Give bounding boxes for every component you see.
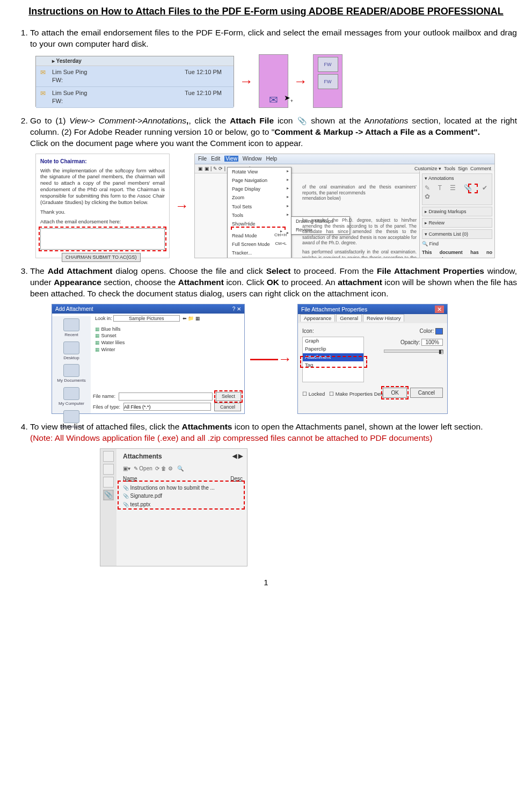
view-menu[interactable]: Rotate View Page Navigation Page Display… <box>227 167 291 258</box>
comment-pane[interactable]: ▾ Annotations ✎ T ☰ 📎 ✔ ✿ ▸ Drawing Mark… <box>419 171 494 258</box>
step-1: To attach the email endorsement files to… <box>30 27 517 108</box>
arrow-icon: ——→ <box>250 350 292 368</box>
form-note-box: Note to Chairman: With the implementatio… <box>35 154 170 258</box>
menubar[interactable]: FileEditViewWindowHelp <box>195 154 494 164</box>
adobe-window: FileEditViewWindowHelp ▣ ▣ | ✎ ⟳ | + 77.… <box>194 154 495 258</box>
select-button[interactable]: Select <box>216 392 241 401</box>
doc-body-text: of the oral examination and the thesis e… <box>302 184 417 258</box>
step-4: To view the list of attached files, clic… <box>30 421 517 566</box>
msg-file-icon: FW <box>318 74 338 89</box>
file-name-input[interactable] <box>119 392 213 401</box>
desktop-drop-result: FW FW <box>313 54 342 108</box>
attachments-panel: 📎 Attachments ◀ ▶ ▣▾ ✎ Open ⟳ 🗑 ⚙ 🔍 Name… <box>100 448 247 566</box>
chairman-submit-button[interactable]: CHAIRMAN SUBMIT TO AC(GS) <box>62 253 141 262</box>
step-3: The Add Attachment dialog opens. Choose … <box>30 266 517 414</box>
page-title: Instructions on How to Attach Files to t… <box>15 5 517 18</box>
figure-1: ▸ Yesterday ✉ Lim Sue PingFW: Tue 12:10 … <box>30 54 517 108</box>
arrow-icon: → <box>294 72 308 91</box>
paperclip-icon <box>297 117 306 126</box>
page-number: 1 <box>15 577 517 588</box>
outlook-message-list: ▸ Yesterday ✉ Lim Sue PingFW: Tue 12:10 … <box>35 56 234 107</box>
close-icon[interactable]: ✕ <box>435 306 444 313</box>
places-bar[interactable]: Recent Desktop My Documents My Computer … <box>52 316 91 413</box>
attachment-drop-area[interactable] <box>40 228 165 250</box>
drag-target-preview: ✉ ➤+ <box>259 54 288 108</box>
figure-3: Add Attachment? ✕ Look in: Sample Pictur… <box>46 304 517 414</box>
attachment-list[interactable]: NameDesc Instructions on how to submit t… <box>119 473 247 510</box>
layers-icon[interactable] <box>103 477 114 488</box>
page-thumb-icon[interactable] <box>103 451 114 462</box>
mail-row[interactable]: ✉ Lim Sue PingFW: Tue 12:10 PM <box>36 87 234 108</box>
nav-rail[interactable]: 📎 <box>100 449 116 566</box>
help-close-icons[interactable]: ? ✕ <box>232 306 241 313</box>
file-type-input[interactable] <box>123 403 211 411</box>
ok-button[interactable]: OK <box>383 388 406 398</box>
group-header: ▸ Yesterday <box>36 56 234 67</box>
envelope-icon: ✉ <box>40 89 46 98</box>
envelope-icon: ✉ <box>40 68 46 77</box>
cancel-button[interactable]: Cancel <box>410 388 443 398</box>
bookmark-icon[interactable] <box>103 464 114 475</box>
figure-4: 📎 Attachments ◀ ▶ ▣▾ ✎ Open ⟳ 🗑 ⚙ 🔍 Name… <box>30 448 517 566</box>
file-attachment-properties-dialog: File Attachment Properties✕ AppearanceGe… <box>297 304 448 414</box>
arrow-icon: → <box>239 72 253 91</box>
arrow-icon: → <box>175 197 189 215</box>
attachments-icon[interactable]: 📎 <box>103 490 114 500</box>
warning-note: (Note: All Windows application file (.ex… <box>30 433 433 442</box>
panel-toolbar[interactable]: ▣▾ ✎ Open ⟳ 🗑 ⚙ 🔍 <box>119 464 247 474</box>
add-attachment-dialog: Add Attachment? ✕ Look in: Sample Pictur… <box>52 304 245 414</box>
locked-checkbox[interactable]: ☐ Locked <box>302 391 325 397</box>
figure-2: Note to Chairman: With the implementatio… <box>30 154 517 258</box>
msg-file-icon: FW <box>318 57 338 72</box>
panel-header: Attachments ◀ ▶ <box>119 449 247 464</box>
step-2: Go to (1) View-> Comment->Annotations,, … <box>30 115 517 258</box>
cursor-icon: ➤+ <box>284 93 293 104</box>
panel-nav-icons[interactable]: ◀ ▶ <box>232 452 243 460</box>
tabs[interactable]: AppearanceGeneralReview History <box>298 314 447 323</box>
file-list[interactable]: Blue hills Sunset Water lilies Winter <box>95 326 125 353</box>
mail-row[interactable]: ✉ Lim Sue PingFW: Tue 12:10 PM <box>36 66 234 87</box>
cancel-button[interactable]: Cancel <box>214 403 241 411</box>
